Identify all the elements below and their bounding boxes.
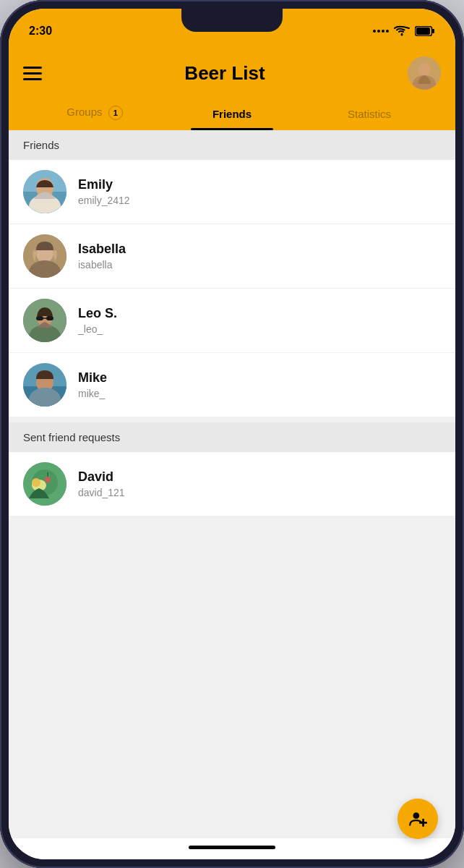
signal-icon [373, 30, 389, 33]
tab-friends[interactable]: Friends [163, 101, 301, 130]
emily-name: Emily [78, 177, 130, 192]
david-avatar-img [23, 462, 66, 506]
friend-item-david[interactable]: David david_121 [9, 452, 455, 516]
leo-username: _leo_ [78, 323, 117, 335]
isabella-avatar-img [23, 234, 66, 278]
isabella-info: Isabella isabella [78, 242, 126, 271]
friend-item-leo[interactable]: Leo S. _leo_ [9, 289, 455, 353]
status-time: 2:30 [29, 25, 52, 38]
screen: 2:30 [9, 9, 455, 859]
mike-avatar-img [23, 363, 66, 407]
isabella-name: Isabella [78, 242, 126, 257]
home-bar [189, 846, 275, 849]
friend-item-mike[interactable]: Mike mike_ [9, 353, 455, 417]
svg-rect-18 [46, 316, 53, 320]
david-name: David [78, 469, 125, 485]
user-avatar-button[interactable] [408, 56, 441, 90]
svg-point-0 [401, 34, 403, 36]
status-icons [373, 25, 435, 37]
battery-icon [415, 26, 435, 36]
svg-rect-3 [416, 27, 430, 35]
svg-point-28 [45, 477, 51, 482]
add-friend-icon [408, 809, 427, 828]
svg-rect-2 [432, 29, 434, 33]
tab-groups[interactable]: Groups 1 [26, 98, 163, 130]
sent-requests-list: David david_121 [9, 452, 455, 516]
app-header: Beer List Groups 1 [9, 43, 455, 130]
friends-section-header: Friends [9, 130, 455, 160]
leo-info: Leo S. _leo_ [78, 306, 117, 335]
add-friend-fab[interactable] [398, 799, 438, 839]
groups-badge: 1 [108, 106, 123, 120]
friend-avatar-mike [23, 363, 66, 407]
content-area: Friends [9, 130, 455, 838]
mike-name: Mike [78, 370, 107, 386]
app-title: Beer List [184, 62, 265, 85]
friend-avatar-leo [23, 299, 66, 342]
hamburger-button[interactable] [23, 67, 42, 80]
emily-info: Emily emily_2412 [78, 177, 130, 206]
friend-item-isabella[interactable]: Isabella isabella [9, 224, 455, 289]
emily-username: emily_2412 [78, 195, 130, 206]
svg-rect-17 [36, 316, 43, 320]
friends-list: Emily emily_2412 [9, 160, 455, 417]
svg-point-30 [413, 812, 420, 819]
home-indicator [9, 838, 455, 859]
user-avatar-icon [408, 56, 441, 90]
tabs-bar: Groups 1 Friends Statistics [23, 98, 441, 130]
friend-avatar-david [23, 462, 66, 506]
phone-frame: 2:30 [0, 0, 464, 868]
friend-item-emily[interactable]: Emily emily_2412 [9, 160, 455, 224]
wifi-icon [393, 25, 411, 37]
mike-info: Mike mike_ [78, 370, 107, 399]
friend-avatar-emily [23, 170, 66, 213]
notch [181, 9, 283, 32]
david-info: David david_121 [78, 469, 125, 498]
friend-avatar-isabella [23, 234, 66, 278]
leo-name: Leo S. [78, 306, 117, 321]
header-row: Beer List [23, 51, 441, 98]
mike-username: mike_ [78, 388, 107, 399]
david-username: david_121 [78, 487, 125, 498]
isabella-username: isabella [78, 259, 126, 271]
tab-statistics[interactable]: Statistics [301, 101, 438, 130]
emily-avatar-img [23, 170, 66, 213]
svg-point-27 [32, 478, 40, 487]
sent-requests-section-header: Sent friend requests [9, 422, 455, 452]
leo-avatar-img [23, 299, 66, 342]
